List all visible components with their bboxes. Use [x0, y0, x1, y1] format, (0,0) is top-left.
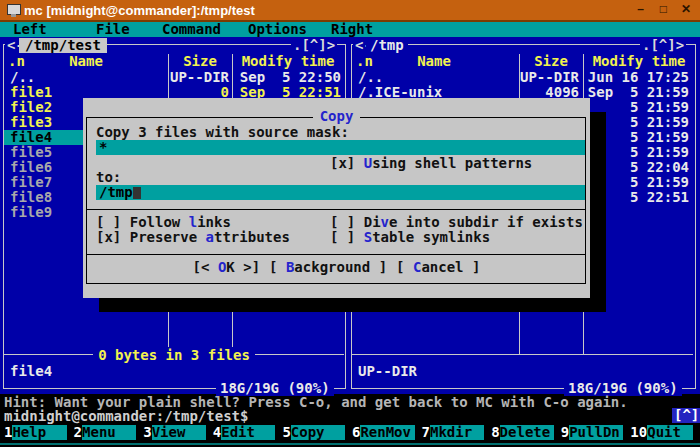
- row-time: 5 21:59: [581, 175, 689, 190]
- table-row[interactable]: file7: [10, 175, 52, 190]
- terminal-icon: [7, 4, 21, 15]
- left-panel-up-button[interactable]: .[^]>: [291, 38, 337, 53]
- checkbox-text: e into subdir if exists: [389, 214, 583, 230]
- fkey-number: 8: [489, 425, 499, 440]
- menu-file[interactable]: File: [96, 22, 130, 37]
- row-time: 5 22:04: [581, 160, 689, 175]
- dialog-title: Copy: [313, 108, 361, 124]
- copy-dialog: Copy Copy 3 files with source mask: * [x…: [83, 98, 590, 298]
- row-time: 5 21:59: [581, 130, 689, 145]
- fkey-pulldn[interactable]: 9PullDn: [559, 425, 624, 440]
- dialog-title-wrap: Copy: [83, 109, 590, 124]
- window-title: mc [midnight@commander]:/tmp/test: [24, 3, 255, 18]
- titlebar[interactable]: mc [midnight@commander]:/tmp/test – □ ✕: [0, 0, 700, 22]
- window-bottom-border: [0, 441, 700, 447]
- fkey-help[interactable]: 1Help: [2, 425, 67, 440]
- row-time: 5 21:59: [581, 115, 689, 130]
- fkey-label: PullDn: [569, 425, 623, 440]
- left-header-name[interactable]: Name: [4, 54, 168, 69]
- right-ministatus-separator: [352, 354, 693, 355]
- menu-right[interactable]: Right: [331, 22, 373, 37]
- row-time: Jun 16 17:25: [581, 70, 689, 85]
- preserve-attributes-checkbox[interactable]: [x] Preserve attributes: [96, 230, 290, 245]
- left-header-mtime[interactable]: Modify time: [233, 54, 343, 69]
- text-cursor: [133, 187, 141, 199]
- fkey-menu[interactable]: 2Menu: [72, 425, 137, 440]
- table-row: file4: [10, 130, 52, 145]
- left-summary-wrap: 0 bytes in 3 files: [4, 348, 344, 363]
- table-row[interactable]: file8: [10, 190, 52, 205]
- fkey-label: RenMov: [360, 425, 414, 440]
- follow-links-checkbox[interactable]: [ ] Follow links: [96, 215, 231, 230]
- shell-patterns-checkbox[interactable]: [x] Using shell patterns: [330, 156, 532, 171]
- menu-left[interactable]: Left: [13, 22, 47, 37]
- checkbox-text: table symlinks: [372, 229, 490, 245]
- fkey-label: Quit: [647, 425, 693, 440]
- left-ministatus: file4: [10, 364, 52, 379]
- right-panel-up-button[interactable]: .[^]>: [640, 38, 686, 53]
- hotkey-letter: U: [364, 155, 372, 171]
- fkey-quit[interactable]: 10Quit: [628, 425, 693, 440]
- table-row[interactable]: file6: [10, 160, 52, 175]
- source-mask-input[interactable]: *: [96, 140, 585, 155]
- ok-button[interactable]: [< OK >]: [193, 260, 260, 275]
- hotkey-letter: S: [364, 229, 372, 245]
- fkey-label: Delete: [500, 425, 554, 440]
- background-button[interactable]: [ Background ]: [269, 260, 387, 275]
- left-header-size[interactable]: Size: [169, 54, 231, 69]
- hotkey-letter: l: [189, 214, 197, 230]
- source-mask-value: *: [99, 139, 107, 155]
- row-time: 5 22:51: [581, 190, 689, 205]
- table-row[interactable]: /..: [358, 70, 383, 85]
- hotkey-letter: v: [381, 214, 389, 230]
- maximize-button[interactable]: □: [660, 2, 667, 17]
- row-size: UP--DIR: [169, 70, 229, 85]
- table-row[interactable]: file5: [10, 145, 52, 160]
- row-time: Sep 5 21:59: [581, 85, 689, 100]
- fkey-renmov[interactable]: 6RenMov: [350, 425, 415, 440]
- fkey-copy[interactable]: 5Copy: [280, 425, 345, 440]
- destination-value: /tmp: [99, 184, 133, 200]
- minimize-button[interactable]: –: [637, 2, 644, 17]
- function-key-bar: 1Help 2Menu 3View 4Edit 5Copy 6RenMov 7M…: [0, 424, 700, 440]
- mc-window: mc [midnight@commander]:/tmp/test – □ ✕ …: [0, 0, 700, 447]
- fkey-label: Edit: [221, 425, 275, 440]
- fkey-label: Help: [12, 425, 66, 440]
- dive-subdir-checkbox[interactable]: [ ] Dive into subdir if exists: [330, 215, 583, 230]
- fkey-view[interactable]: 3View: [141, 425, 206, 440]
- button-text: ackground ]: [294, 259, 387, 275]
- checkbox-text: ttributes: [214, 229, 290, 245]
- right-header-mtime[interactable]: Modify time: [584, 54, 694, 69]
- fkey-edit[interactable]: 4Edit: [211, 425, 276, 440]
- table-row[interactable]: /..: [10, 70, 35, 85]
- menu-command[interactable]: Command: [162, 22, 221, 37]
- destination-input[interactable]: /tmp: [96, 185, 585, 200]
- row-time: 5 21:59: [581, 100, 689, 115]
- scrollback-indicator[interactable]: [^]: [672, 408, 700, 423]
- fkey-number: 1: [2, 425, 12, 440]
- command-prompt[interactable]: midnight@commander:/tmp/test$: [4, 409, 248, 424]
- close-button[interactable]: ✕: [681, 2, 691, 17]
- table-row[interactable]: file1: [10, 85, 52, 100]
- left-panel-path[interactable]: /tmp/test: [19, 38, 107, 53]
- table-row[interactable]: file2: [10, 100, 52, 115]
- checkbox-text: [ ] Follow: [96, 214, 189, 230]
- stable-symlinks-checkbox[interactable]: [ ] Stable symlinks: [330, 230, 490, 245]
- hotkey-letter: a: [206, 229, 214, 245]
- fkey-number: 4: [211, 425, 221, 440]
- right-panel-path[interactable]: /tmp: [366, 38, 408, 53]
- fkey-delete[interactable]: 8Delete: [489, 425, 554, 440]
- button-text: [: [269, 259, 286, 275]
- table-row[interactable]: file3: [10, 115, 52, 130]
- table-row[interactable]: file9: [10, 205, 52, 220]
- checkbox-text: [ ]: [330, 229, 364, 245]
- button-text: ancel ]: [421, 259, 480, 275]
- right-header-size[interactable]: Size: [520, 54, 582, 69]
- cancel-button[interactable]: [ Cancel ]: [396, 260, 480, 275]
- fkey-number: 9: [559, 425, 569, 440]
- menu-options[interactable]: Options: [248, 22, 307, 37]
- right-header-name[interactable]: Name: [352, 54, 516, 69]
- checkbox-text: inks: [197, 214, 231, 230]
- fkey-label: Mkdir: [430, 425, 484, 440]
- fkey-mkdir[interactable]: 7Mkdir: [420, 425, 485, 440]
